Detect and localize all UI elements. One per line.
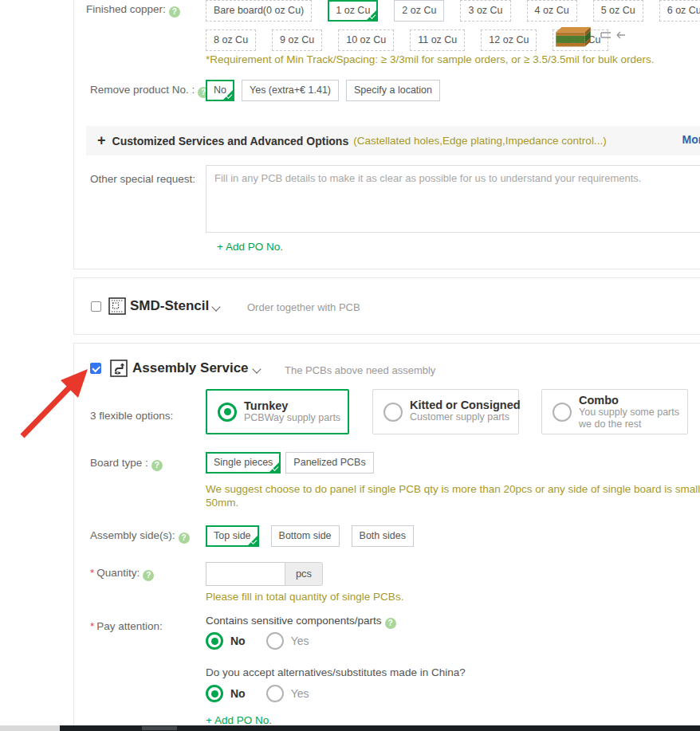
copper-note: *Requirement of Min Track/Spacing: ≥ 3/3… — [206, 53, 655, 65]
finished-copper-options-row1: Bare board(0 oz Cu) 1 oz Cu 2 oz Cu 3 oz… — [206, 0, 700, 22]
special-request-textarea[interactable] — [206, 165, 700, 233]
alternatives-radio-group: No Yes — [206, 685, 309, 702]
quantity-input[interactable] — [206, 562, 285, 586]
copper-option-selected[interactable]: 1 oz Cu — [328, 0, 378, 22]
remove-product-option[interactable]: Specify a location — [346, 80, 440, 101]
assembly-side-option[interactable]: Bottom side — [271, 525, 340, 547]
customized-services-title: Customized Services and Advanced Options — [112, 135, 349, 147]
copper-thickness-arrow-icon — [600, 30, 627, 41]
board-type-options: Single pieces Panelized PCBs — [206, 452, 374, 474]
board-type-option-selected[interactable]: Single pieces — [206, 452, 281, 474]
help-icon[interactable] — [169, 6, 180, 18]
smd-stencil-icon — [108, 297, 126, 315]
copper-option[interactable]: 6 oz Cu — [659, 0, 700, 22]
assembly-sides-options: Top side Bottom side Both sides — [206, 525, 414, 547]
quantity-unit: pcs — [285, 562, 323, 586]
q2-no-radio[interactable] — [206, 685, 223, 702]
sensitive-components-radio-group: No Yes — [206, 632, 309, 650]
expand-plus-icon — [97, 132, 106, 149]
board-type-note-line2: 50mm. — [206, 497, 238, 509]
q1-yes-label: Yes — [291, 635, 309, 647]
flexible-options-label: 3 flexible options: — [90, 410, 173, 422]
assembly-service-icon — [110, 360, 128, 377]
customized-services-subtitle: (Castellated holes,Edge plating,Impedanc… — [353, 135, 606, 147]
add-po-link[interactable]: + Add PO No. — [217, 241, 283, 253]
kitted-radio[interactable] — [383, 403, 403, 422]
smd-stencil-title: SMD-Stencil — [130, 298, 209, 314]
copper-option[interactable]: 11 oz Cu — [410, 29, 465, 51]
card-desc: Customer supply parts — [410, 411, 518, 423]
smd-stencil-hint: Order together with PCB — [247, 301, 360, 313]
assembly-side-option[interactable]: Both sides — [352, 525, 414, 547]
help-icon[interactable] — [143, 570, 154, 581]
combo-card[interactable]: Combo You supply some parts we do the re… — [541, 389, 688, 434]
q1-yes-radio[interactable] — [266, 632, 284, 650]
copper-option[interactable]: 10 oz Cu — [338, 29, 394, 51]
customized-services-bar[interactable]: Customized Services and Advanced Options… — [86, 126, 700, 155]
board-type-label: Board type : — [90, 457, 163, 471]
add-po-link[interactable]: + Add PO No. — [206, 714, 272, 726]
q2-yes-label: Yes — [291, 687, 309, 700]
card-title: Combo — [579, 394, 700, 407]
turnkey-radio[interactable] — [218, 403, 237, 422]
copper-option[interactable]: 9 oz Cu — [272, 29, 322, 51]
copper-option[interactable]: 2 oz Cu — [394, 0, 444, 22]
assembly-sides-label: Assembly side(s): — [90, 529, 190, 544]
q2-yes-radio[interactable] — [266, 685, 284, 702]
pay-attention-label: *Pay attention: — [90, 620, 163, 632]
remove-product-option[interactable]: Yes (extra+€ 1.41) — [242, 80, 339, 101]
copper-option[interactable]: 5 oz Cu — [593, 0, 643, 22]
assembly-side-option-selected[interactable]: Top side — [206, 525, 259, 547]
finished-copper-options-row2: 8 oz Cu 9 oz Cu 10 oz Cu 11 oz Cu 12 oz … — [206, 29, 608, 51]
copper-option[interactable]: Bare board(0 oz Cu) — [206, 0, 312, 22]
more-link[interactable]: More — [682, 133, 700, 146]
q1-no-radio[interactable] — [206, 632, 223, 650]
card-title: Kitted or Consigned — [410, 399, 518, 411]
red-annotation-arrow — [8, 363, 96, 442]
help-icon[interactable] — [151, 460, 163, 471]
horizontal-scrollbar-thumb[interactable] — [142, 726, 177, 730]
sensitive-components-question: Contains sensitive components/parts — [206, 615, 396, 629]
help-icon[interactable] — [179, 533, 190, 544]
board-type-note-line1: We suggest choose to do panel if single … — [206, 483, 700, 495]
card-desc: You supply some parts we do the rest — [579, 407, 679, 430]
kitted-card[interactable]: Kitted or Consigned Customer supply part… — [372, 389, 519, 434]
copper-option[interactable]: 12 oz Cu — [481, 29, 537, 51]
card-desc: PCBWay supply parts — [244, 412, 348, 424]
assembly-service-title: Assembly Service — [132, 360, 249, 376]
remove-product-option-selected[interactable]: No — [206, 80, 234, 101]
remove-product-label: Remove product No. : — [90, 84, 209, 98]
turnkey-card[interactable]: Turnkey PCBWay supply parts — [206, 389, 349, 434]
copper-option[interactable]: 4 oz Cu — [527, 0, 577, 22]
remove-product-options: No Yes (extra+€ 1.41) Specify a location — [206, 80, 440, 101]
pcb-order-form: PCBWay Finished copper: Bare board(0 oz … — [0, 0, 700, 731]
board-type-option[interactable]: Panelized PCBs — [285, 452, 373, 474]
q1-no-label: No — [230, 635, 246, 647]
quantity-note: Please fill in total quantity of single … — [206, 591, 403, 603]
scrollbar-corner — [0, 725, 60, 731]
copper-option[interactable]: 3 oz Cu — [460, 0, 510, 22]
special-request-label: Other special request: — [90, 173, 195, 185]
alternatives-question: Do you accept alternatives/substitutes m… — [206, 666, 466, 678]
pcb-stack-icon — [550, 26, 596, 51]
combo-radio[interactable] — [553, 403, 572, 422]
copper-option[interactable]: 8 oz Cu — [206, 29, 256, 51]
assembly-service-hint: The PCBs above need assembly — [285, 364, 435, 376]
quantity-label: *Quantity: — [90, 567, 154, 581]
help-icon[interactable] — [385, 618, 396, 629]
card-title: Turnkey — [244, 399, 348, 412]
smd-stencil-checkbox[interactable] — [91, 301, 101, 312]
finished-copper-label: Finished copper: — [86, 3, 180, 18]
q2-no-label: No — [230, 687, 246, 700]
